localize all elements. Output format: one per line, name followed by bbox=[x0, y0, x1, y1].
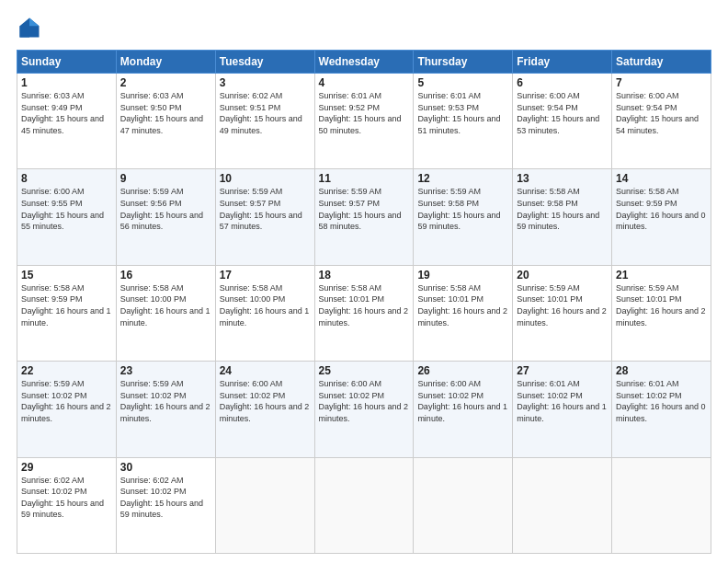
day-info: Sunrise: 5:58 AM Sunset: 9:59 PM Dayligh… bbox=[616, 186, 707, 232]
day-info: Sunrise: 5:59 AM Sunset: 9:58 PM Dayligh… bbox=[417, 186, 508, 232]
day-info: Sunrise: 6:02 AM Sunset: 10:02 PM Daylig… bbox=[21, 475, 112, 521]
calendar-cell: 27 Sunrise: 6:01 AM Sunset: 10:02 PM Day… bbox=[513, 362, 612, 457]
day-number: 18 bbox=[319, 269, 410, 282]
day-number: 22 bbox=[21, 364, 112, 377]
calendar-cell: 25 Sunrise: 6:00 AM Sunset: 10:02 PM Day… bbox=[314, 362, 414, 457]
calendar-cell: 15 Sunrise: 5:58 AM Sunset: 9:59 PM Dayl… bbox=[17, 265, 117, 361]
day-number: 3 bbox=[220, 76, 311, 89]
calendar-cell: 24 Sunrise: 6:00 AM Sunset: 10:02 PM Day… bbox=[215, 362, 314, 457]
day-info: Sunrise: 6:01 AM Sunset: 9:53 PM Dayligh… bbox=[417, 90, 508, 136]
day-info: Sunrise: 5:58 AM Sunset: 9:58 PM Dayligh… bbox=[517, 186, 608, 232]
calendar-cell: 5 Sunrise: 6:01 AM Sunset: 9:53 PM Dayli… bbox=[414, 74, 513, 169]
day-number: 11 bbox=[319, 172, 410, 185]
day-number: 29 bbox=[21, 461, 112, 474]
calendar-cell: 17 Sunrise: 5:58 AM Sunset: 10:00 PM Day… bbox=[215, 265, 314, 361]
day-info: Sunrise: 6:00 AM Sunset: 10:02 PM Daylig… bbox=[220, 378, 311, 424]
day-info: Sunrise: 5:59 AM Sunset: 10:02 PM Daylig… bbox=[120, 378, 211, 424]
day-info: Sunrise: 6:03 AM Sunset: 9:50 PM Dayligh… bbox=[120, 90, 211, 136]
day-info: Sunrise: 6:00 AM Sunset: 10:02 PM Daylig… bbox=[417, 378, 508, 424]
day-info: Sunrise: 5:58 AM Sunset: 9:59 PM Dayligh… bbox=[21, 282, 112, 328]
calendar-cell: 4 Sunrise: 6:01 AM Sunset: 9:52 PM Dayli… bbox=[314, 74, 414, 169]
logo bbox=[17, 15, 46, 40]
day-info: Sunrise: 5:59 AM Sunset: 9:57 PM Dayligh… bbox=[319, 186, 410, 232]
weekday-header-monday: Monday bbox=[116, 51, 215, 74]
day-info: Sunrise: 6:02 AM Sunset: 9:51 PM Dayligh… bbox=[220, 90, 311, 136]
day-number: 14 bbox=[616, 172, 707, 185]
day-info: Sunrise: 6:00 AM Sunset: 10:02 PM Daylig… bbox=[319, 378, 410, 424]
page: SundayMondayTuesdayWednesdayThursdayFrid… bbox=[0, 0, 728, 563]
day-info: Sunrise: 5:58 AM Sunset: 10:00 PM Daylig… bbox=[220, 282, 311, 328]
calendar-cell bbox=[513, 457, 612, 553]
day-info: Sunrise: 6:01 AM Sunset: 9:52 PM Dayligh… bbox=[319, 90, 410, 136]
calendar-cell: 13 Sunrise: 5:58 AM Sunset: 9:58 PM Dayl… bbox=[513, 169, 612, 265]
weekday-header-sunday: Sunday bbox=[17, 51, 117, 74]
day-info: Sunrise: 6:03 AM Sunset: 9:49 PM Dayligh… bbox=[21, 90, 112, 136]
calendar-cell: 20 Sunrise: 5:59 AM Sunset: 10:01 PM Day… bbox=[513, 265, 612, 361]
calendar-cell: 18 Sunrise: 5:58 AM Sunset: 10:01 PM Day… bbox=[314, 265, 414, 361]
calendar-cell: 22 Sunrise: 5:59 AM Sunset: 10:02 PM Day… bbox=[17, 362, 117, 457]
day-info: Sunrise: 5:59 AM Sunset: 9:57 PM Dayligh… bbox=[220, 186, 311, 232]
calendar-cell: 28 Sunrise: 6:01 AM Sunset: 10:02 PM Day… bbox=[612, 362, 711, 457]
day-info: Sunrise: 5:58 AM Sunset: 10:01 PM Daylig… bbox=[319, 282, 410, 328]
week-row-3: 15 Sunrise: 5:58 AM Sunset: 9:59 PM Dayl… bbox=[17, 265, 711, 361]
calendar-cell bbox=[414, 457, 513, 553]
day-number: 13 bbox=[517, 172, 608, 185]
weekday-header-thursday: Thursday bbox=[414, 51, 513, 74]
calendar-cell: 19 Sunrise: 5:58 AM Sunset: 10:01 PM Day… bbox=[414, 265, 513, 361]
day-number: 19 bbox=[417, 269, 508, 282]
day-info: Sunrise: 6:00 AM Sunset: 9:54 PM Dayligh… bbox=[517, 90, 608, 136]
svg-marker-2 bbox=[20, 26, 30, 37]
calendar-cell: 11 Sunrise: 5:59 AM Sunset: 9:57 PM Dayl… bbox=[314, 169, 414, 265]
calendar-cell: 12 Sunrise: 5:59 AM Sunset: 9:58 PM Dayl… bbox=[414, 169, 513, 265]
day-number: 10 bbox=[220, 172, 311, 185]
calendar-cell: 8 Sunrise: 6:00 AM Sunset: 9:55 PM Dayli… bbox=[17, 169, 117, 265]
calendar-cell: 3 Sunrise: 6:02 AM Sunset: 9:51 PM Dayli… bbox=[215, 74, 314, 169]
calendar-cell: 7 Sunrise: 6:00 AM Sunset: 9:54 PM Dayli… bbox=[612, 74, 711, 169]
day-info: Sunrise: 6:01 AM Sunset: 10:02 PM Daylig… bbox=[517, 378, 608, 424]
day-number: 28 bbox=[616, 364, 707, 377]
day-info: Sunrise: 5:59 AM Sunset: 9:56 PM Dayligh… bbox=[120, 186, 211, 232]
day-number: 30 bbox=[120, 461, 211, 474]
calendar-cell bbox=[314, 457, 414, 553]
day-info: Sunrise: 5:59 AM Sunset: 10:01 PM Daylig… bbox=[517, 282, 608, 328]
calendar-cell: 16 Sunrise: 5:58 AM Sunset: 10:00 PM Day… bbox=[116, 265, 215, 361]
calendar-cell: 21 Sunrise: 5:59 AM Sunset: 10:01 PM Day… bbox=[612, 265, 711, 361]
calendar-cell: 1 Sunrise: 6:03 AM Sunset: 9:49 PM Dayli… bbox=[17, 74, 117, 169]
day-info: Sunrise: 5:59 AM Sunset: 10:02 PM Daylig… bbox=[21, 378, 112, 424]
day-info: Sunrise: 5:58 AM Sunset: 10:01 PM Daylig… bbox=[417, 282, 508, 328]
day-number: 5 bbox=[417, 76, 508, 89]
day-info: Sunrise: 6:01 AM Sunset: 10:02 PM Daylig… bbox=[616, 378, 707, 424]
week-row-2: 8 Sunrise: 6:00 AM Sunset: 9:55 PM Dayli… bbox=[17, 169, 711, 265]
calendar-cell: 9 Sunrise: 5:59 AM Sunset: 9:56 PM Dayli… bbox=[116, 169, 215, 265]
day-number: 7 bbox=[616, 76, 707, 89]
logo-icon bbox=[17, 15, 42, 40]
week-row-5: 29 Sunrise: 6:02 AM Sunset: 10:02 PM Day… bbox=[17, 457, 711, 553]
calendar-cell: 30 Sunrise: 6:02 AM Sunset: 10:02 PM Day… bbox=[116, 457, 215, 553]
calendar-cell bbox=[215, 457, 314, 553]
calendar: SundayMondayTuesdayWednesdayThursdayFrid… bbox=[17, 50, 711, 554]
day-number: 21 bbox=[616, 269, 707, 282]
day-info: Sunrise: 6:02 AM Sunset: 10:02 PM Daylig… bbox=[120, 475, 211, 521]
day-info: Sunrise: 6:00 AM Sunset: 9:54 PM Dayligh… bbox=[616, 90, 707, 136]
day-number: 23 bbox=[120, 364, 211, 377]
calendar-cell: 23 Sunrise: 5:59 AM Sunset: 10:02 PM Day… bbox=[116, 362, 215, 457]
day-number: 4 bbox=[319, 76, 410, 89]
day-number: 15 bbox=[21, 269, 112, 282]
calendar-cell bbox=[612, 457, 711, 553]
day-number: 27 bbox=[517, 364, 608, 377]
day-number: 9 bbox=[120, 172, 211, 185]
weekday-header-row: SundayMondayTuesdayWednesdayThursdayFrid… bbox=[17, 51, 711, 74]
calendar-cell: 29 Sunrise: 6:02 AM Sunset: 10:02 PM Day… bbox=[17, 457, 117, 553]
day-info: Sunrise: 5:59 AM Sunset: 10:01 PM Daylig… bbox=[616, 282, 707, 328]
day-number: 25 bbox=[319, 364, 410, 377]
day-number: 26 bbox=[417, 364, 508, 377]
svg-marker-1 bbox=[29, 18, 40, 27]
weekday-header-friday: Friday bbox=[513, 51, 612, 74]
week-row-1: 1 Sunrise: 6:03 AM Sunset: 9:49 PM Dayli… bbox=[17, 74, 711, 169]
day-number: 16 bbox=[120, 269, 211, 282]
day-number: 2 bbox=[120, 76, 211, 89]
day-number: 24 bbox=[220, 364, 311, 377]
day-info: Sunrise: 6:00 AM Sunset: 9:55 PM Dayligh… bbox=[21, 186, 112, 232]
calendar-cell: 2 Sunrise: 6:03 AM Sunset: 9:50 PM Dayli… bbox=[116, 74, 215, 169]
day-number: 1 bbox=[21, 76, 112, 89]
